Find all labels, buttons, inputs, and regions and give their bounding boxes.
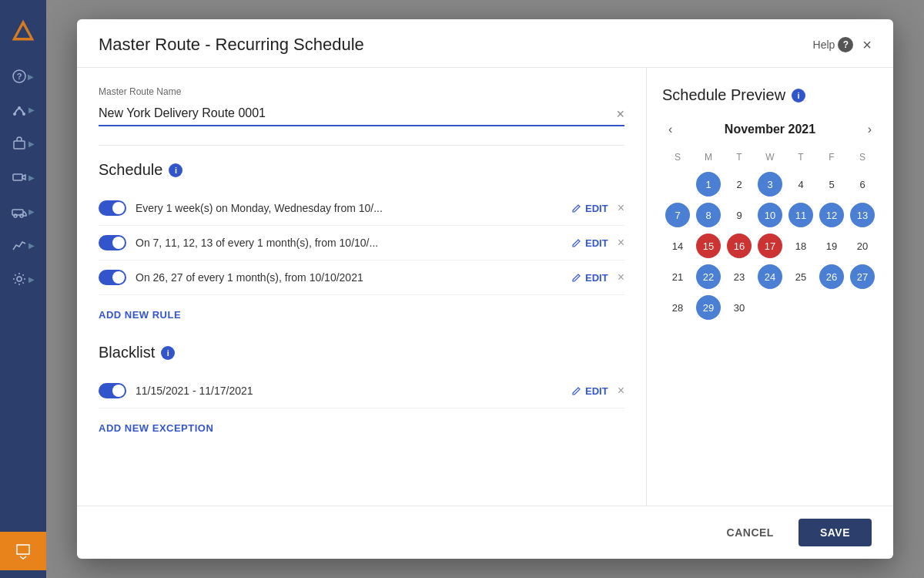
- schedule-info-icon[interactable]: i: [169, 163, 182, 177]
- table-row: 8: [693, 200, 724, 230]
- calendar-next-button[interactable]: ›: [862, 119, 878, 139]
- sidebar: ? ▶ ▶ ▶: [0, 0, 46, 578]
- divider-1: [99, 145, 624, 146]
- cal-day-27[interactable]: 27: [850, 264, 875, 289]
- modal-title: Master Route - Recurring Schedule: [99, 35, 364, 55]
- svg-point-6: [18, 106, 21, 109]
- sidebar-item-routes[interactable]: ▶: [0, 92, 46, 126]
- table-row: 26: [816, 261, 847, 292]
- cal-day-3[interactable]: 3: [758, 172, 782, 197]
- table-row: 23: [724, 261, 755, 292]
- cal-day-10[interactable]: 10: [758, 203, 782, 227]
- cal-day-23[interactable]: 23: [727, 264, 752, 289]
- cal-day-12[interactable]: 12: [819, 203, 844, 227]
- sidebar-item-help[interactable]: ? ▶: [0, 60, 46, 92]
- table-row: 12: [816, 200, 847, 230]
- add-new-rule-button[interactable]: ADD NEW RULE: [99, 301, 181, 328]
- analytics-arrow: ▶: [28, 241, 35, 250]
- blacklist-edit-button-1[interactable]: EDIT: [571, 385, 608, 397]
- cal-day-16[interactable]: 16: [727, 234, 752, 258]
- rule-text-2: On 7, 11, 12, 13 of every 1 month(s), fr…: [136, 237, 562, 249]
- table-row: 3: [755, 169, 785, 200]
- cal-day-7[interactable]: 7: [665, 203, 690, 227]
- rule-toggle-3[interactable]: [99, 270, 126, 285]
- cal-day-6[interactable]: 6: [850, 172, 875, 197]
- cancel-button[interactable]: CANCEL: [711, 519, 789, 546]
- cal-day-8[interactable]: 8: [696, 203, 721, 227]
- rule-edit-button-2[interactable]: EDIT: [571, 237, 608, 249]
- cal-day-15[interactable]: 15: [696, 234, 721, 258]
- cal-day-26[interactable]: 26: [819, 264, 844, 289]
- schedule-section-header: Schedule i: [99, 161, 624, 179]
- svg-text:?: ?: [17, 72, 22, 81]
- cal-day-9[interactable]: 9: [727, 203, 752, 227]
- cal-day-17[interactable]: 17: [758, 234, 782, 258]
- blacklist-delete-button-1[interactable]: ×: [618, 384, 624, 398]
- table-row: 9: [724, 200, 755, 230]
- calendar-prev-button[interactable]: ‹: [662, 119, 678, 139]
- input-clear-button[interactable]: ×: [616, 106, 624, 123]
- save-button[interactable]: SAVE: [798, 519, 872, 546]
- sidebar-item-analytics[interactable]: ▶: [0, 228, 46, 262]
- cal-header-fri: F: [816, 149, 847, 169]
- help-button[interactable]: Help ?: [813, 37, 854, 52]
- rule-edit-button-1[interactable]: EDIT: [571, 203, 608, 214]
- svg-point-12: [17, 277, 22, 281]
- table-row: 27: [847, 261, 878, 292]
- edit-icon-2: [571, 237, 582, 248]
- table-row: 13: [847, 200, 878, 230]
- rule-row-1: Every 1 week(s) on Monday, Wednesday fro…: [99, 191, 624, 226]
- blacklist-info-icon[interactable]: i: [161, 346, 175, 360]
- rule-delete-button-2[interactable]: ×: [618, 236, 624, 250]
- orders-icon: [12, 136, 27, 151]
- help-icon: ?: [838, 37, 853, 52]
- rule-toggle-2[interactable]: [99, 235, 126, 250]
- calendar-month: November 2021: [725, 123, 815, 136]
- cal-day-5[interactable]: 5: [819, 172, 844, 197]
- cal-day-21[interactable]: 21: [665, 264, 690, 289]
- sidebar-logo[interactable]: [0, 8, 46, 54]
- cal-day-1[interactable]: 1: [696, 172, 721, 197]
- cal-day-20[interactable]: 20: [850, 234, 875, 258]
- schedule-preview-title: Schedule Preview: [662, 86, 785, 104]
- table-row: [755, 292, 785, 323]
- sidebar-item-fleet[interactable]: ▶: [0, 194, 46, 228]
- modal-header: Master Route - Recurring Schedule Help ?…: [77, 19, 893, 68]
- left-panel: Master Route Name × Schedule i Every 1 w…: [77, 68, 647, 506]
- chat-button[interactable]: [0, 532, 46, 570]
- cal-day-11[interactable]: 11: [788, 203, 813, 227]
- cal-day-18[interactable]: 18: [788, 234, 813, 258]
- close-button[interactable]: ×: [862, 37, 872, 52]
- cal-day-24[interactable]: 24: [758, 264, 782, 289]
- add-new-exception-button[interactable]: ADD NEW EXCEPTION: [99, 415, 213, 442]
- sidebar-item-orders[interactable]: ▶: [0, 126, 46, 160]
- cal-day-13[interactable]: 13: [850, 203, 875, 227]
- edit-icon-3: [571, 272, 582, 283]
- cal-day-19[interactable]: 19: [819, 234, 844, 258]
- rule-delete-button-1[interactable]: ×: [618, 201, 624, 215]
- sidebar-item-settings[interactable]: ▶: [0, 262, 46, 296]
- rule-edit-button-3[interactable]: EDIT: [571, 272, 608, 284]
- svg-point-5: [22, 113, 25, 116]
- route-name-input[interactable]: [99, 102, 624, 126]
- cal-day-30[interactable]: 30: [727, 295, 752, 320]
- rule-toggle-1[interactable]: [99, 200, 126, 216]
- svg-rect-8: [13, 174, 22, 180]
- blacklist-toggle-1[interactable]: [99, 383, 126, 398]
- calendar: ‹ November 2021 › S M T W T F: [662, 119, 878, 323]
- cal-day-4[interactable]: 4: [788, 172, 813, 197]
- cal-day-25[interactable]: 25: [788, 264, 813, 289]
- rule-delete-button-3[interactable]: ×: [618, 271, 624, 284]
- schedule-preview-info-icon[interactable]: i: [792, 89, 805, 102]
- edit-icon-1: [571, 203, 582, 213]
- rule-text-1: Every 1 week(s) on Monday, Wednesday fro…: [136, 202, 562, 214]
- blacklist-title: Blacklist: [99, 344, 155, 361]
- cal-day-28[interactable]: 28: [665, 295, 690, 320]
- cal-day-2[interactable]: 2: [727, 172, 752, 197]
- sidebar-item-dispatch[interactable]: ▶: [0, 160, 46, 194]
- schedule-preview-header: Schedule Preview i: [662, 86, 878, 104]
- table-row: 14: [662, 230, 693, 261]
- cal-day-29[interactable]: 29: [696, 295, 721, 320]
- cal-day-14[interactable]: 14: [665, 234, 690, 258]
- cal-day-22[interactable]: 22: [696, 264, 721, 289]
